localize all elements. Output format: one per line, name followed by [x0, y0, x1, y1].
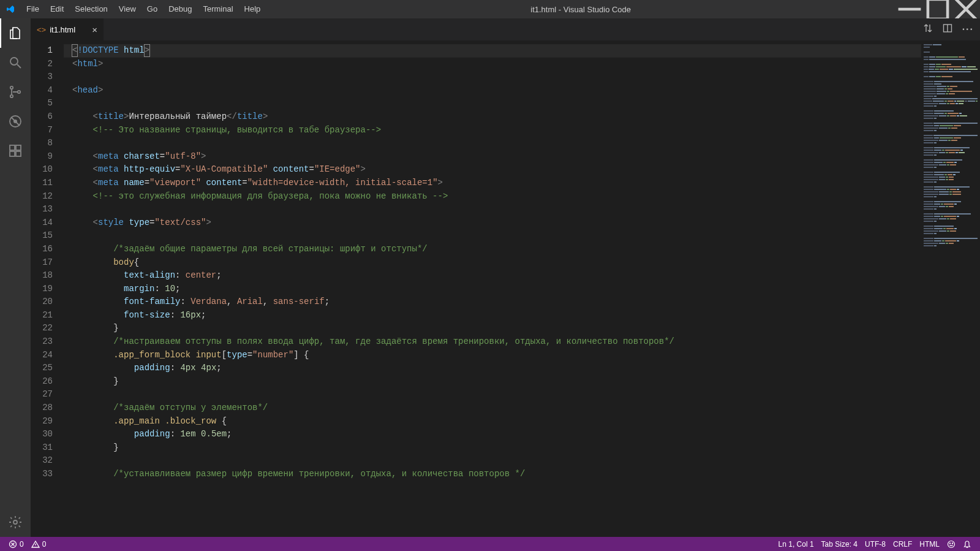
line-number: 25 — [31, 362, 64, 375]
menu-help[interactable]: Help — [239, 0, 266, 18]
code-line[interactable]: text-align: center; — [64, 269, 921, 283]
explorer-icon[interactable] — [0, 18, 31, 48]
editor-area: <> it1.html × ··· 1234567891011121314151… — [31, 18, 980, 537]
line-number: 8 — [31, 137, 64, 150]
tab-bar: <> it1.html × ··· — [31, 18, 980, 40]
line-number: 2 — [31, 58, 64, 71]
svg-point-15 — [949, 542, 950, 543]
line-number: 20 — [31, 295, 64, 309]
code-line[interactable]: <meta charset="utf-8"> — [64, 150, 921, 164]
code-line[interactable]: body{ — [64, 256, 921, 270]
code-line[interactable] — [64, 97, 921, 110]
line-number: 7 — [31, 124, 64, 137]
menu-terminal[interactable]: Terminal — [197, 0, 238, 18]
status-notifications-icon[interactable] — [959, 540, 975, 549]
line-number: 6 — [31, 110, 64, 124]
menu-selection[interactable]: Selection — [69, 0, 113, 18]
svg-rect-8 — [10, 151, 15, 156]
code-line[interactable]: <!-- это служебная информация для браузе… — [64, 190, 921, 203]
code-content[interactable]: <!DOCTYPE html><html><head> <title>Интер… — [64, 40, 921, 537]
maximize-button[interactable] — [924, 0, 952, 18]
status-bar: 0 0 Ln 1, Col 1 Tab Size: 4 UTF-8 CRLF H… — [0, 537, 980, 551]
editor-body[interactable]: 1234567891011121314151617181920212223242… — [31, 40, 980, 537]
status-language[interactable]: HTML — [916, 540, 943, 549]
menu-go[interactable]: Go — [141, 0, 163, 18]
menu-view[interactable]: View — [113, 0, 141, 18]
line-number: 18 — [31, 269, 64, 283]
code-line[interactable]: <meta name="viewport" content="width=dev… — [64, 177, 921, 190]
line-number: 21 — [31, 309, 64, 322]
status-cursor[interactable]: Ln 1, Col 1 — [775, 540, 818, 549]
window-controls — [895, 0, 980, 18]
line-number: 9 — [31, 150, 64, 164]
line-number: 16 — [31, 243, 64, 256]
code-line[interactable]: margin: 10; — [64, 283, 921, 296]
code-line[interactable]: /*задаём общие параметры для всей страни… — [64, 243, 921, 256]
code-line[interactable]: <html> — [64, 58, 921, 71]
menu-edit[interactable]: Edit — [45, 0, 69, 18]
line-number: 4 — [31, 84, 64, 97]
tab-label: it1.html — [50, 25, 75, 34]
source-control-icon[interactable] — [0, 77, 31, 107]
code-line[interactable]: } — [64, 322, 921, 335]
code-line[interactable]: <style type="text/css"> — [64, 216, 921, 230]
code-line[interactable]: <meta http-equiv="X-UA-Compatible" conte… — [64, 163, 921, 177]
code-line[interactable]: .app_main .block_row { — [64, 415, 921, 428]
split-editor-icon[interactable] — [943, 23, 952, 36]
code-line[interactable] — [64, 388, 921, 401]
code-line[interactable]: } — [64, 441, 921, 455]
code-line[interactable]: <!DOCTYPE html> — [64, 44, 921, 58]
line-number: 22 — [31, 322, 64, 335]
svg-rect-10 — [16, 145, 21, 150]
code-line[interactable] — [64, 70, 921, 84]
code-line[interactable]: /*настраиваем отступы в полях ввода цифр… — [64, 335, 921, 349]
search-icon[interactable] — [0, 48, 31, 77]
code-line[interactable]: padding: 1em 0.5em; — [64, 428, 921, 441]
svg-point-16 — [952, 542, 952, 543]
code-line[interactable]: .app_form_block input[type="number"] { — [64, 349, 921, 362]
code-line[interactable] — [64, 203, 921, 216]
code-line[interactable]: <title>Интервальный таймер</title> — [64, 110, 921, 124]
status-eol[interactable]: CRLF — [889, 540, 916, 549]
window-title: it1.html - Visual Studio Code — [266, 5, 895, 14]
line-number: 11 — [31, 177, 64, 190]
status-errors[interactable]: 0 — [5, 540, 28, 549]
svg-point-2 — [10, 86, 13, 89]
menu-file[interactable]: File — [21, 0, 45, 18]
tab-close-icon[interactable]: × — [87, 25, 97, 35]
code-line[interactable] — [64, 137, 921, 150]
extensions-icon[interactable] — [0, 136, 31, 165]
code-line[interactable]: padding: 4px 4px; — [64, 362, 921, 375]
status-tabsize[interactable]: Tab Size: 4 — [818, 540, 861, 549]
compare-changes-icon[interactable] — [923, 23, 933, 36]
settings-gear-icon[interactable] — [0, 507, 31, 537]
activity-bar — [0, 18, 31, 537]
code-line[interactable]: /*задаём отступы у элементов*/ — [64, 401, 921, 415]
tab-it1-html[interactable]: <> it1.html × — [31, 18, 104, 40]
code-line[interactable]: <!-- Это название страницы, выводится в … — [64, 124, 921, 137]
menu-debug[interactable]: Debug — [163, 0, 197, 18]
debug-icon[interactable] — [0, 107, 31, 136]
line-number: 14 — [31, 216, 64, 230]
svg-point-1 — [10, 58, 18, 65]
svg-point-4 — [18, 91, 20, 93]
code-line[interactable] — [64, 454, 921, 468]
code-line[interactable] — [64, 229, 921, 243]
line-number: 13 — [31, 203, 64, 216]
code-line[interactable]: font-family: Verdana, Arial, sans-serif; — [64, 295, 921, 309]
minimize-button[interactable] — [895, 0, 924, 18]
title-bar: File Edit Selection View Go Debug Termin… — [0, 0, 980, 18]
status-warnings[interactable]: 0 — [28, 540, 50, 549]
code-line[interactable]: font-size: 16px; — [64, 309, 921, 322]
status-encoding[interactable]: UTF-8 — [861, 540, 889, 549]
more-actions-icon[interactable]: ··· — [962, 24, 974, 35]
status-feedback-icon[interactable] — [943, 540, 959, 549]
code-line[interactable]: <head> — [64, 84, 921, 97]
svg-rect-0 — [928, 0, 948, 19]
code-line[interactable]: } — [64, 375, 921, 389]
close-button[interactable] — [952, 0, 980, 18]
line-number: 17 — [31, 256, 64, 270]
minimap[interactable] — [921, 40, 980, 537]
svg-point-14 — [948, 541, 955, 547]
code-line[interactable]: /*устанавливаем размер цифр времени трен… — [64, 468, 921, 481]
